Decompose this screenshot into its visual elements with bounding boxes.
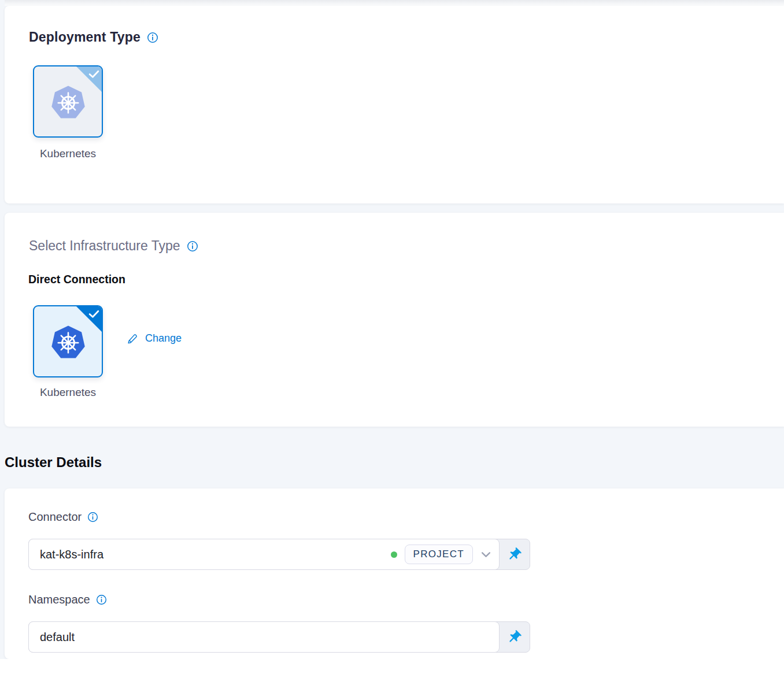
- infrastructure-tile-label: Kubernetes: [32, 386, 104, 399]
- namespace-field-label: Namespace: [28, 593, 107, 606]
- namespace-input[interactable]: default: [28, 621, 500, 653]
- deployment-type-title: Deployment Type: [29, 29, 140, 45]
- connector-input-group: kat-k8s-infra PROJECT: [28, 539, 530, 570]
- connector-label: Connector: [28, 510, 82, 524]
- top-divider-shadow: [5, 0, 784, 6]
- namespace-value: default: [40, 631, 491, 644]
- scope-badge: PROJECT: [405, 545, 473, 564]
- connector-field-label: Connector: [28, 510, 98, 524]
- info-icon[interactable]: [147, 32, 158, 43]
- connector-select[interactable]: kat-k8s-infra PROJECT: [28, 539, 500, 570]
- info-icon[interactable]: [87, 512, 98, 523]
- kubernetes-icon: [50, 83, 87, 120]
- infrastructure-type-title: Select Infrastructure Type: [29, 238, 180, 254]
- green-status-dot: [391, 551, 397, 558]
- bottom-spacer: [0, 659, 784, 674]
- direct-connection-label: Direct Connection: [28, 273, 125, 286]
- change-label: Change: [145, 332, 182, 345]
- infrastructure-kubernetes-tile[interactable]: [33, 305, 103, 377]
- namespace-label: Namespace: [28, 593, 90, 606]
- cluster-details-section: Connector kat-k8s-infra PROJECT Namespac…: [5, 488, 784, 659]
- infrastructure-type-section: Select Infrastructure Type Direct Connec…: [5, 213, 784, 427]
- namespace-input-group: default: [28, 621, 530, 653]
- pin-button[interactable]: [499, 622, 530, 652]
- deployment-type-section: Deployment Type Kubernetes: [5, 6, 784, 203]
- connector-value: kat-k8s-infra: [40, 548, 383, 561]
- infrastructure-type-header: Select Infrastructure Type: [29, 238, 198, 254]
- deployment-kubernetes-tile[interactable]: [33, 65, 103, 138]
- cluster-details-title: Cluster Details: [5, 454, 102, 471]
- deployment-type-header: Deployment Type: [29, 29, 158, 45]
- deployment-tile-label: Kubernetes: [32, 147, 104, 160]
- change-button[interactable]: Change: [127, 332, 182, 345]
- pin-button[interactable]: [499, 539, 530, 569]
- pencil-icon: [127, 332, 139, 345]
- info-icon[interactable]: [187, 240, 198, 252]
- kubernetes-icon: [50, 323, 87, 360]
- chevron-down-icon[interactable]: [481, 551, 491, 558]
- info-icon[interactable]: [96, 594, 107, 605]
